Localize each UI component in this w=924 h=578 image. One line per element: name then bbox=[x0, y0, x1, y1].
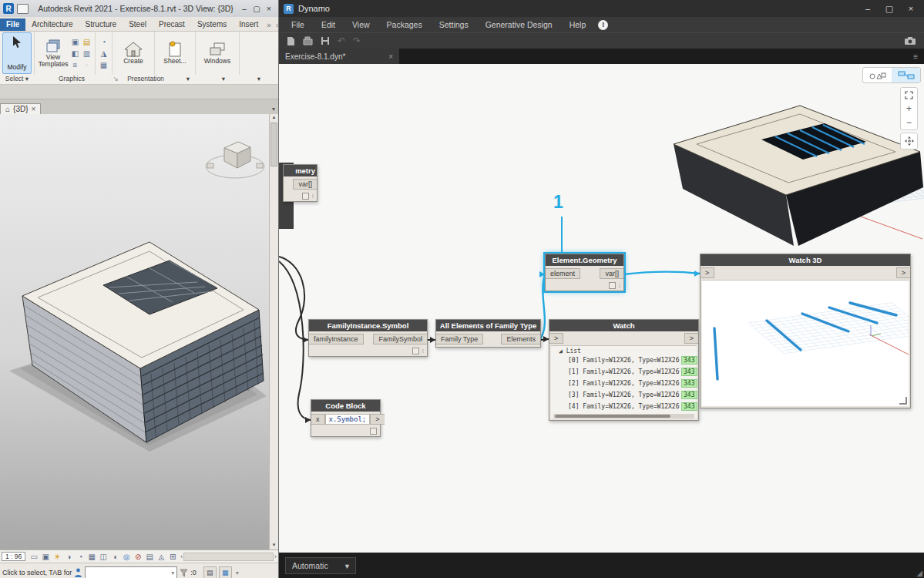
render-icon[interactable]: ◔ bbox=[99, 37, 109, 47]
thin-lines-icon[interactable]: ▣ bbox=[70, 37, 80, 47]
tab-structure[interactable]: Structure bbox=[79, 18, 123, 31]
new-file-icon[interactable] bbox=[287, 36, 295, 46]
close-icon[interactable]: × bbox=[263, 5, 275, 13]
watch3d-output-port[interactable]: > bbox=[896, 267, 910, 278]
node-title[interactable]: FamilyInstance.Symbol bbox=[309, 320, 427, 331]
tab-precast[interactable]: Precast bbox=[153, 18, 191, 31]
export-image-camera-icon[interactable] bbox=[904, 36, 916, 45]
node-all-elements-of-family-type[interactable]: All Elements of Family Type Family Type … bbox=[435, 319, 541, 348]
viewbar-scroll-track[interactable] bbox=[183, 553, 274, 561]
codeblock-code[interactable]: x.Symbol; bbox=[325, 414, 371, 425]
menu-settings[interactable]: Settings bbox=[432, 18, 476, 31]
node-watch[interactable]: Watch > > ◢ List [0] Family=W12X26, Type… bbox=[549, 319, 699, 421]
tab-insert[interactable]: Insert bbox=[233, 18, 264, 31]
zoom-in-button[interactable]: + bbox=[901, 102, 917, 116]
shadows-icon[interactable]: ◑ bbox=[63, 553, 74, 561]
node-element-geometry[interactable]: Element.Geometry element var[] ⁞ bbox=[545, 254, 624, 291]
element-id-badge[interactable]: 343 bbox=[681, 391, 697, 399]
scroll-up-icon[interactable]: ▴ bbox=[273, 114, 276, 120]
revit-logo-icon[interactable]: R bbox=[3, 3, 14, 14]
view-tab-3d[interactable]: ⌂ {3D} × bbox=[0, 103, 41, 114]
node-menu-icon[interactable]: ⁞ bbox=[619, 282, 620, 289]
temporary-view-properties-icon[interactable]: ⊘ bbox=[133, 553, 143, 561]
show-crop-region-icon[interactable]: ◫ bbox=[98, 553, 109, 561]
watch-list-header[interactable]: ◢ List bbox=[551, 348, 697, 355]
input-port-familyinstance[interactable]: familyInstance bbox=[309, 334, 364, 344]
view-templates-button[interactable]: View Templates bbox=[37, 38, 69, 69]
menu-generative-design[interactable]: Generative Design bbox=[478, 18, 560, 31]
geometry-view-toggle-button[interactable] bbox=[863, 68, 892, 82]
node-familyinstance-symbol[interactable]: FamilyInstance.Symbol familyInstance Fam… bbox=[308, 319, 428, 357]
graphics-dialog-launcher-icon[interactable]: ↘ bbox=[109, 75, 122, 84]
node-title[interactable]: metry bbox=[284, 165, 317, 176]
watch3d-resize-handle[interactable] bbox=[899, 397, 907, 405]
node-watch-3d[interactable]: Watch 3D > > bbox=[700, 254, 911, 408]
screen-size-icon[interactable]: ▭ bbox=[29, 553, 39, 561]
node-title[interactable]: Watch bbox=[549, 320, 698, 331]
watch3d-viewport[interactable] bbox=[702, 280, 909, 406]
reveal-constraints-icon[interactable]: ⊞ bbox=[167, 553, 178, 561]
render-gallery-icon[interactable]: ▦ bbox=[99, 60, 109, 70]
close-icon[interactable]: × bbox=[902, 4, 919, 13]
input-port-familytype[interactable]: Family Type bbox=[436, 334, 483, 344]
watch3d-input-port[interactable]: > bbox=[701, 267, 714, 278]
watch-output-port[interactable]: > bbox=[684, 333, 698, 344]
temporary-hide-icon[interactable]: ◖ bbox=[109, 553, 120, 561]
watch-horizontal-scrollbar[interactable] bbox=[553, 414, 694, 418]
save-icon[interactable] bbox=[321, 36, 330, 45]
sheet-button[interactable]: Sheet... bbox=[157, 40, 193, 66]
worksharing-display-icon[interactable]: ▤ bbox=[144, 553, 155, 561]
cut-profile-icon[interactable]: ▥ bbox=[82, 49, 92, 59]
vertical-scrollbar[interactable]: ▴ ▾ bbox=[269, 114, 278, 549]
zoom-out-button[interactable]: − bbox=[901, 116, 917, 129]
minimize-icon[interactable]: – bbox=[238, 5, 250, 13]
undo-icon[interactable]: ↶ bbox=[338, 36, 345, 45]
sun-path-icon[interactable]: ☀ bbox=[52, 553, 62, 561]
statusbar-collapse-icon[interactable]: ▾ bbox=[236, 570, 239, 576]
tab-systems[interactable]: Systems bbox=[191, 18, 233, 31]
view-tab-close-icon[interactable]: × bbox=[32, 105, 36, 113]
windows-button[interactable]: Windows bbox=[198, 40, 237, 66]
maximize-icon[interactable]: ▢ bbox=[881, 4, 898, 14]
tab-steel[interactable]: Steel bbox=[123, 18, 153, 31]
node-code-block[interactable]: Code Block x x.Symbol; > bbox=[311, 399, 381, 437]
node-partial-geometry[interactable]: metry var[] ⁞ bbox=[283, 164, 318, 202]
workspace-tab[interactable]: Exercise-8.1.dyn* × bbox=[279, 49, 399, 64]
render-cloud-icon[interactable]: ◮ bbox=[99, 49, 109, 59]
output-port-familysymbol[interactable]: FamilySymbol bbox=[373, 334, 427, 344]
visibility-graphics-icon[interactable]: ≡ bbox=[70, 60, 80, 70]
element-id-badge[interactable]: 343 bbox=[681, 379, 697, 388]
preview-toggle[interactable] bbox=[412, 348, 419, 355]
scale-button[interactable]: 1 : 96 bbox=[2, 552, 25, 561]
menu-packages[interactable]: Packages bbox=[379, 18, 430, 31]
select-panel-label[interactable]: Select ▾ bbox=[0, 75, 34, 84]
reveal-hidden-icon[interactable]: ◎ bbox=[121, 553, 132, 561]
element-id-badge[interactable]: 343 bbox=[681, 402, 697, 411]
displace-elements-icon[interactable]: ◬ bbox=[156, 553, 166, 561]
viewbar-scroll-left-icon[interactable]: ‹ bbox=[180, 553, 183, 560]
wire-to-familyinstance[interactable] bbox=[279, 257, 308, 340]
open-file-icon[interactable] bbox=[303, 36, 313, 45]
preview-toggle[interactable] bbox=[609, 282, 616, 289]
design-options-combobox[interactable]: ▾ bbox=[85, 566, 177, 578]
menu-view[interactable]: View bbox=[344, 18, 378, 31]
node-title[interactable]: Code Block bbox=[311, 400, 380, 412]
fit-to-screen-button[interactable] bbox=[901, 88, 917, 102]
maximize-icon[interactable]: ▢ bbox=[250, 5, 263, 13]
viewbar-scroll-right-icon[interactable]: › bbox=[274, 553, 277, 560]
window-resize-grip[interactable]: ◢ bbox=[916, 569, 922, 577]
preview-toggle[interactable] bbox=[302, 193, 309, 200]
minimize-icon[interactable]: – bbox=[859, 4, 876, 13]
element-id-badge[interactable]: 343 bbox=[681, 368, 697, 376]
workspace-tab-close-icon[interactable]: × bbox=[388, 52, 393, 61]
expander-icon[interactable]: ◢ bbox=[559, 348, 563, 355]
modify-button[interactable]: Modify bbox=[2, 32, 32, 74]
wire-geometry-to-watch3d[interactable] bbox=[623, 271, 700, 274]
node-title[interactable]: Watch 3D bbox=[701, 254, 910, 266]
node-title[interactable]: Element.Geometry bbox=[546, 254, 623, 266]
graph-view-toggle-button[interactable] bbox=[892, 68, 920, 82]
combo-arrow-icon[interactable]: ▾ bbox=[171, 570, 176, 576]
viewcube[interactable] bbox=[203, 134, 267, 182]
revit-3d-viewport[interactable]: ▴ ▾ bbox=[0, 114, 278, 549]
scrollbar-thumb[interactable] bbox=[270, 123, 277, 166]
